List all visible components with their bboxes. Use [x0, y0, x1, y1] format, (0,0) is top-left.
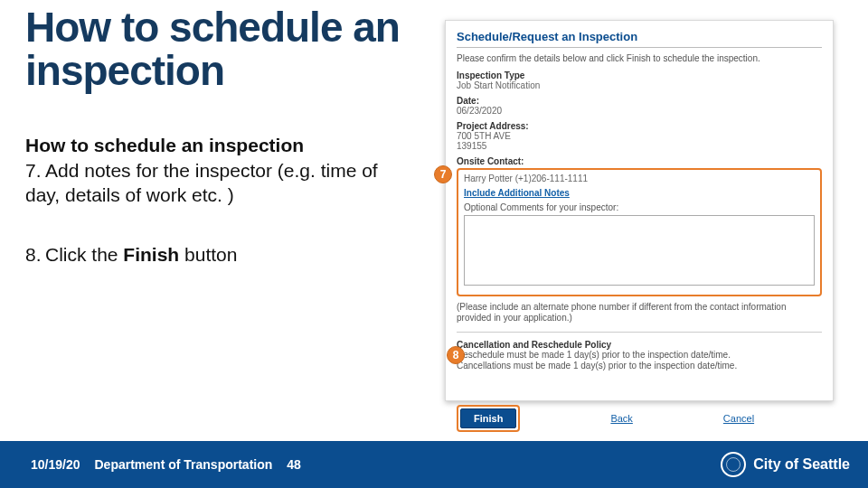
seal-icon	[721, 452, 746, 477]
callout-7: 7	[434, 165, 452, 183]
step-8-bold: Finish	[123, 244, 179, 265]
step-8: 8.Click the Finish button	[25, 243, 405, 267]
footer-bar: 10/19/20 Department of Transportation 48…	[0, 441, 868, 488]
page-title: How to schedule an inspection	[25, 5, 405, 93]
footer-page: 48	[287, 457, 301, 472]
inspector-notes-textarea[interactable]	[464, 215, 815, 286]
city-logo-text: City of Seattle	[753, 456, 850, 473]
policy-line-2: Cancellations must be made 1 day(s) prio…	[457, 361, 822, 372]
city-pre: City of	[753, 456, 802, 472]
slide: How to schedule an inspection How to sch…	[0, 0, 868, 488]
cancel-link[interactable]: Cancel	[723, 413, 754, 424]
step-8-pre: Click the	[45, 244, 123, 265]
panel-title: Schedule/Request an Inspection	[457, 30, 822, 48]
step-8-number: 8.	[25, 243, 45, 267]
optional-comments-label: Optional Comments for your inspector:	[464, 202, 815, 212]
step-8-text: Click the Finish button	[45, 244, 237, 265]
step-8-post: button	[179, 244, 237, 265]
back-link[interactable]: Back	[610, 413, 632, 424]
address-label: Project Address:	[457, 121, 822, 131]
callout-8: 8	[447, 346, 465, 364]
contact-value: Harry Potter (+1)206-111-1111	[464, 174, 815, 183]
screenshot-panel: Schedule/Request an Inspection Please co…	[445, 20, 834, 401]
divider	[457, 332, 822, 333]
footer-date: 10/19/20	[31, 457, 80, 472]
include-notes-link[interactable]: Include Additional Notes	[464, 188, 570, 198]
inspection-type-value: Job Start Notification	[457, 80, 822, 90]
alt-phone-note: (Please include an alternate phone numbe…	[457, 302, 822, 324]
button-row: Finish Back Cancel	[457, 405, 822, 432]
address-value-1: 700 5TH AVE	[457, 131, 822, 141]
footer-dept: Department of Transportation	[95, 457, 273, 472]
contact-label: Onsite Contact:	[457, 156, 822, 166]
step-7-text: Add notes for the inspector (e.g. time o…	[25, 160, 378, 204]
policy-line-1: Reschedule must be made 1 day(s) prior t…	[457, 350, 822, 361]
step-7: 7.Add notes for the inspector (e.g. time…	[25, 159, 405, 207]
policy-label: Cancellation and Reschedule Policy	[457, 340, 822, 350]
date-value: 06/23/2020	[457, 106, 822, 116]
finish-button[interactable]: Finish	[460, 408, 516, 428]
finish-highlight-box: Finish	[457, 405, 520, 432]
body-text: How to schedule an inspection 7.Add note…	[25, 134, 405, 290]
city-logo: City of Seattle	[721, 452, 850, 477]
address-value-2: 139155	[457, 141, 822, 151]
step-7-number: 7.	[25, 159, 45, 183]
city-bold: Seattle	[803, 456, 850, 472]
inspection-type-label: Inspection Type	[457, 70, 822, 80]
confirm-text: Please confirm the details below and cli…	[457, 53, 822, 65]
notes-highlight-box: Harry Potter (+1)206-111-1111 Include Ad…	[457, 168, 822, 296]
date-label: Date:	[457, 96, 822, 106]
body-subhead: How to schedule an inspection	[25, 134, 405, 157]
